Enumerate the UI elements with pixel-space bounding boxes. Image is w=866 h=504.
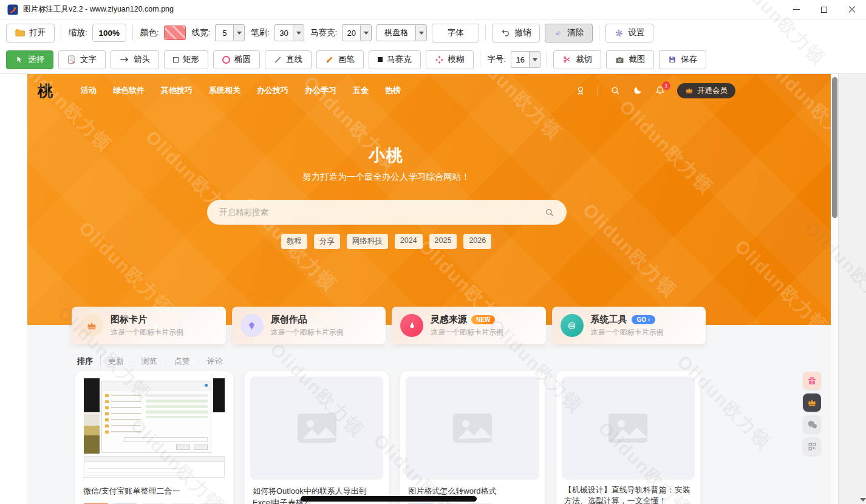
article-card[interactable]: 微信/支付宝账单整理二合一 (75, 371, 233, 504)
select-tool-button[interactable]: 选择 (6, 50, 53, 69)
arrow-tool-button[interactable]: 箭头 (111, 50, 159, 69)
close-icon (848, 6, 856, 13)
thumb-folder-icons (105, 394, 109, 435)
wechat-button[interactable] (803, 415, 821, 434)
article-thumbnail[interactable] (406, 376, 539, 480)
tag-2026[interactable]: 2026 (463, 234, 491, 249)
canvas-area[interactable]: Olidun欧力顿 Olidun欧力顿 Olidun欧力顿 Olidun欧力顿 … (0, 74, 866, 504)
chevron-down-icon[interactable] (360, 24, 372, 41)
hero-search-input[interactable] (219, 208, 544, 217)
close-button[interactable] (838, 0, 866, 19)
feature-card-system-tools[interactable]: 系统工具 GO › 这是一个图标卡片示例 (552, 307, 706, 344)
article-thumbnail[interactable] (250, 376, 383, 480)
feature-card-desc: 这是一个图标卡片示例 (431, 327, 503, 338)
clear-label: 清除 (567, 27, 584, 38)
pen-icon (326, 55, 334, 64)
sort-option-likes[interactable]: 点赞 (164, 356, 189, 367)
text-tool-button[interactable]: 文字 (58, 50, 106, 69)
screenshot-button[interactable]: 截图 (606, 50, 654, 69)
article-title[interactable]: 微信/支付宝账单整理二合一 (83, 486, 225, 497)
mosaic-size-select[interactable]: 20 (342, 24, 372, 41)
article-card[interactable]: 如何将Outlook中的联系人导出到Excel电子表格? (245, 371, 389, 504)
settings-button[interactable]: 设置 (605, 24, 653, 43)
scrollbar-down-arrow[interactable] (860, 498, 866, 502)
app-icon (7, 4, 18, 15)
horizontal-scrollbar-thumb[interactable] (301, 496, 477, 502)
checkerboard-value: 棋盘格 (377, 24, 415, 41)
sort-label: 排序 (77, 356, 101, 367)
color-swatch[interactable] (164, 26, 186, 40)
image-placeholder-icon (295, 410, 339, 446)
vertical-scrollbar-thumb[interactable] (832, 77, 837, 218)
article-thumbnail[interactable] (562, 376, 695, 480)
linewidth-select[interactable]: 5 (215, 24, 245, 41)
zoom-label: 缩放: (69, 27, 87, 38)
search-icon[interactable] (544, 207, 554, 217)
feature-card-icon-card[interactable]: 图标卡片 这是一个图标卡片示例 (72, 307, 226, 344)
brush-select[interactable]: 30 (274, 24, 304, 41)
font-button[interactable]: 字体 (432, 24, 479, 43)
gift-button[interactable] (803, 372, 821, 390)
feature-card-desc: 这是一个图标卡片示例 (271, 327, 344, 338)
rectangle-label: 矩形 (183, 54, 199, 65)
article-thumbnail[interactable] (81, 376, 228, 480)
feature-card-original-works[interactable]: 原创作品 这是一个图标卡片示例 (232, 307, 386, 344)
thumb-dark-strip (84, 378, 100, 412)
mosaic-size-value: 20 (342, 24, 360, 41)
image-placeholder-icon (450, 410, 495, 446)
tag-2024[interactable]: 2024 (395, 234, 423, 249)
toolbar-row-1: 打开 缩放: 100% 颜色: 线宽: 5 笔刷: 30 马赛克: 20 棋盘格… (0, 19, 866, 46)
feature-card-inspiration[interactable]: 灵感来源 NEW 这是一个图标卡片示例 (392, 307, 546, 344)
chevron-down-icon[interactable] (233, 24, 245, 41)
floppy-icon (668, 55, 677, 64)
feature-card-title: 图标卡片 (111, 314, 147, 325)
thumb-sheet-rows (87, 465, 182, 476)
blur-tool-button[interactable]: 模糊 (426, 50, 474, 69)
pen-tool-button[interactable]: 画笔 (316, 50, 364, 69)
vertical-scrollbar[interactable] (831, 74, 838, 504)
fontsize-select[interactable]: 16 (511, 51, 540, 68)
checkerboard-select[interactable]: 棋盘格 (377, 24, 427, 41)
line-tool-button[interactable]: 直线 (265, 50, 312, 69)
sort-option-comments[interactable]: 评论 (197, 356, 223, 367)
article-card[interactable]: 图片格式怎么转word格式 (400, 371, 544, 504)
mosaic-tool-button[interactable]: 马赛克 (369, 50, 421, 69)
toolbar-separator (599, 25, 599, 41)
save-button[interactable]: 保存 (659, 50, 706, 69)
chevron-down-icon[interactable] (415, 24, 427, 41)
arrow-label: 箭头 (134, 54, 150, 65)
text-doc-icon (67, 55, 76, 64)
minimize-button[interactable] (782, 0, 810, 19)
tag-2025[interactable]: 2025 (429, 234, 457, 249)
clear-button[interactable]: 清除 (545, 24, 593, 43)
hero-search-box[interactable] (207, 200, 567, 225)
article-card[interactable]: 【机械设计】直线导轨科普篇：安装方法、选型计算，一文全懂！ (556, 371, 700, 504)
ellipse-tool-button[interactable]: 椭圆 (213, 50, 260, 69)
maximize-button[interactable] (810, 0, 838, 19)
crop-button[interactable]: 裁切 (553, 50, 601, 69)
tag-tutorial[interactable]: 教程 (281, 234, 307, 249)
sort-option-views[interactable]: 浏览 (131, 356, 157, 367)
chevron-down-icon[interactable] (293, 24, 304, 41)
sort-option-updated[interactable]: 更新 (108, 356, 124, 367)
article-title[interactable]: 【机械设计】直线导轨科普篇：安装方法、选型计算，一文全懂！ (564, 485, 692, 504)
select-label: 选择 (28, 54, 44, 65)
qr-code-button[interactable] (803, 437, 821, 455)
tag-share[interactable]: 分享 (314, 234, 340, 249)
thumb-sheet-toolbar (84, 457, 224, 462)
tag-network-tech[interactable]: 网络科技 (347, 234, 388, 249)
rectangle-tool-button[interactable]: 矩形 (164, 50, 208, 69)
fontsize-value: 16 (511, 51, 529, 68)
cursor-icon (15, 55, 24, 64)
chevron-down-icon (364, 32, 369, 35)
gift-icon (807, 376, 817, 386)
vip-crown-button[interactable] (803, 393, 821, 412)
open-button[interactable]: 打开 (6, 24, 55, 43)
blur-icon (435, 55, 444, 64)
undo-button[interactable]: 撤销 (492, 24, 540, 43)
zoom-value[interactable]: 100% (92, 24, 126, 42)
toolbar-separator (547, 52, 547, 67)
chevron-down-icon (419, 32, 424, 35)
thumb-list-header (146, 394, 208, 397)
chevron-down-icon[interactable] (529, 51, 540, 68)
